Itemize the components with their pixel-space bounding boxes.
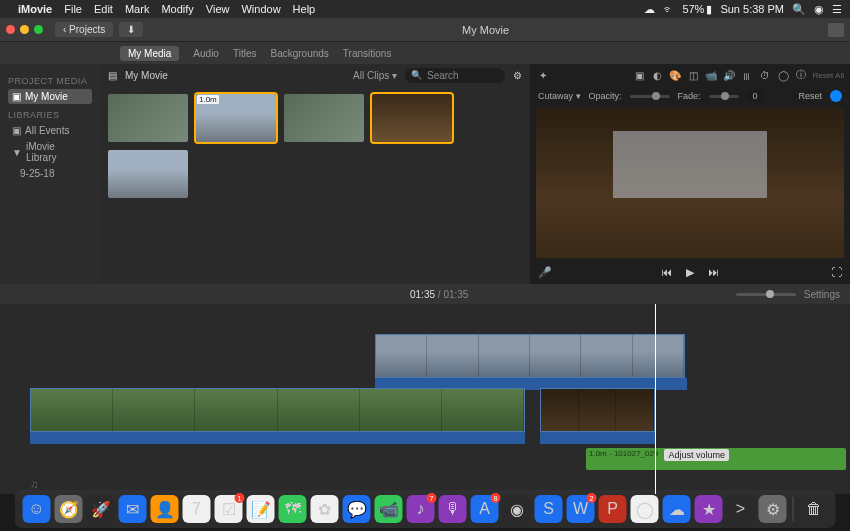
dock-app-notes[interactable]: 📝 xyxy=(247,495,275,523)
overlay-icon[interactable]: ▣ xyxy=(632,68,646,82)
dock-app-onedrive[interactable]: ☁ xyxy=(663,495,691,523)
prev-button[interactable]: ⏮ xyxy=(661,266,672,278)
fade-value[interactable]: 0 xyxy=(747,90,764,102)
share-button[interactable] xyxy=(828,23,844,37)
volume-icon[interactable]: 🔊 xyxy=(722,68,736,82)
dock-app-podcasts[interactable]: 🎙 xyxy=(439,495,467,523)
opacity-slider[interactable] xyxy=(630,95,670,98)
sidebar-all-events[interactable]: ▣ All Events xyxy=(8,123,92,138)
dock-trash[interactable]: 🗑 xyxy=(800,495,828,523)
tab-transitions[interactable]: Transitions xyxy=(343,48,392,59)
menu-edit[interactable]: Edit xyxy=(94,3,113,15)
clip-audio-waveform[interactable] xyxy=(30,432,525,444)
clip-filter-dropdown[interactable]: All Clips ▾ xyxy=(353,70,397,81)
dock-app-photos[interactable]: ✿ xyxy=(311,495,339,523)
spotlight-icon[interactable]: 🔍 xyxy=(792,3,806,16)
search-input[interactable]: Search xyxy=(405,68,505,83)
primary-track[interactable] xyxy=(30,388,525,432)
fullscreen-button[interactable] xyxy=(34,25,43,34)
dock-app-launchpad[interactable]: 🚀 xyxy=(87,495,115,523)
tab-titles[interactable]: Titles xyxy=(233,48,257,59)
tab-audio[interactable]: Audio xyxy=(193,48,219,59)
sidebar-project[interactable]: ▣ My Movie xyxy=(8,89,92,104)
clock[interactable]: Sun 5:38 PM xyxy=(720,3,784,15)
dock-app-imovie[interactable]: ★ xyxy=(695,495,723,523)
video-clip[interactable] xyxy=(30,388,525,432)
clip-thumbnail[interactable] xyxy=(108,150,188,198)
app-menu[interactable]: iMovie xyxy=(18,3,52,15)
list-view-icon[interactable]: ▤ xyxy=(108,70,117,81)
dock-app-contacts[interactable]: 👤 xyxy=(151,495,179,523)
dock-app-chrome[interactable]: ◯ xyxy=(631,495,659,523)
reset-button[interactable]: Reset xyxy=(798,91,822,101)
menu-file[interactable]: File xyxy=(64,3,82,15)
dock-app-powerpoint[interactable]: P xyxy=(599,495,627,523)
play-button[interactable]: ▶ xyxy=(686,266,694,279)
apply-check-icon[interactable] xyxy=(830,90,842,102)
dock-app-skype[interactable]: S xyxy=(535,495,563,523)
playhead[interactable] xyxy=(655,304,656,494)
dock-app-siri[interactable]: ◉ xyxy=(503,495,531,523)
dock-app-preferences[interactable]: ⚙ xyxy=(759,495,787,523)
speed-icon[interactable]: ⏱ xyxy=(758,68,772,82)
sidebar-library[interactable]: ▼ iMovie Library xyxy=(8,139,92,165)
primary-track[interactable] xyxy=(540,388,655,432)
tab-my-media[interactable]: My Media xyxy=(120,46,179,61)
stabilize-icon[interactable]: 📹 xyxy=(704,68,718,82)
music-well-icon[interactable]: ♫ xyxy=(30,478,38,490)
clip-thumbnail[interactable] xyxy=(108,94,188,142)
color-balance-icon[interactable]: ◐ xyxy=(650,68,664,82)
dock-app-mail[interactable]: ✉ xyxy=(119,495,147,523)
menu-window[interactable]: Window xyxy=(241,3,280,15)
menu-help[interactable]: Help xyxy=(293,3,316,15)
settings-icon[interactable]: ⚙ xyxy=(513,70,522,81)
zoom-slider[interactable] xyxy=(736,293,796,296)
dock-app-facetime[interactable]: 📹 xyxy=(375,495,403,523)
crop-icon[interactable]: ◫ xyxy=(686,68,700,82)
battery-status[interactable]: 57% ▮ xyxy=(682,3,712,16)
close-button[interactable] xyxy=(6,25,15,34)
noise-icon[interactable]: ⫼ xyxy=(740,68,754,82)
window-controls[interactable] xyxy=(6,25,43,34)
sidebar-event[interactable]: 9-25-18 xyxy=(8,166,92,181)
dock-app-terminal[interactable]: > xyxy=(727,495,755,523)
menu-view[interactable]: View xyxy=(206,3,230,15)
detached-audio-clip[interactable]: 1.0m - 101027_029 Adjust volume xyxy=(586,448,846,470)
next-button[interactable]: ⏭ xyxy=(708,266,719,278)
menu-modify[interactable]: Modify xyxy=(161,3,193,15)
fade-slider[interactable] xyxy=(709,95,739,98)
dock-app-finder[interactable]: ☺ xyxy=(23,495,51,523)
overlay-mode-dropdown[interactable]: Cutaway ▾ xyxy=(538,91,581,101)
video-preview[interactable] xyxy=(536,108,844,258)
siri-icon[interactable]: ◉ xyxy=(814,3,824,16)
clip-thumbnail[interactable] xyxy=(372,94,452,142)
info-icon[interactable]: ⓘ xyxy=(794,68,808,82)
cloud-icon[interactable]: ☁ xyxy=(644,3,655,16)
cutaway-track[interactable] xyxy=(375,334,685,378)
notification-center-icon[interactable]: ☰ xyxy=(832,3,842,16)
fullscreen-icon[interactable]: ⛶ xyxy=(831,266,842,278)
timeline[interactable]: 1.0m - 101027_029 Adjust volume ♫ xyxy=(0,304,850,494)
back-to-projects-button[interactable]: ‹ Projects xyxy=(55,22,113,37)
timeline-settings-button[interactable]: Settings xyxy=(804,289,840,300)
tab-backgrounds[interactable]: Backgrounds xyxy=(270,48,328,59)
wifi-icon[interactable]: ᯤ xyxy=(663,3,674,15)
dock-app-messages[interactable]: 💬 xyxy=(343,495,371,523)
filter-icon[interactable]: ◯ xyxy=(776,68,790,82)
dock-app-itunes[interactable]: ♪7 xyxy=(407,495,435,523)
auto-enhance-icon[interactable]: ✦ xyxy=(536,68,550,82)
color-correction-icon[interactable]: 🎨 xyxy=(668,68,682,82)
video-clip[interactable] xyxy=(375,334,685,378)
dock-app-word[interactable]: W2 xyxy=(567,495,595,523)
dock-app-reminders[interactable]: ☑1 xyxy=(215,495,243,523)
reset-all-button[interactable]: Reset All xyxy=(812,71,844,80)
menu-mark[interactable]: Mark xyxy=(125,3,149,15)
video-clip[interactable] xyxy=(540,388,655,432)
dock-app-safari[interactable]: 🧭 xyxy=(55,495,83,523)
dock-app-appstore[interactable]: A8 xyxy=(471,495,499,523)
clip-thumbnail[interactable]: 1.0m xyxy=(196,94,276,142)
clip-thumbnail[interactable] xyxy=(284,94,364,142)
import-button[interactable]: ⬇ xyxy=(119,22,143,37)
dock-app-maps[interactable]: 🗺 xyxy=(279,495,307,523)
voiceover-icon[interactable]: 🎤 xyxy=(538,266,552,279)
